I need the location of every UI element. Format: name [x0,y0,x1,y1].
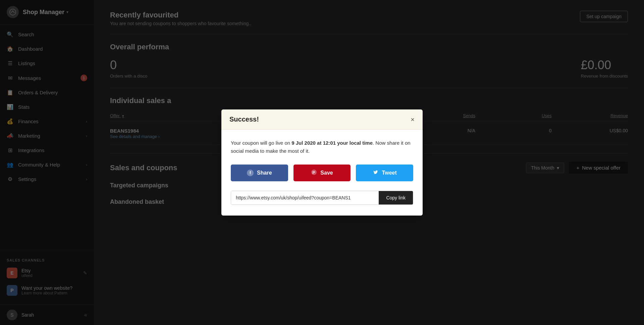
modal-header: Success! × [221,109,423,130]
facebook-icon: f [247,170,254,176]
pinterest-icon: P [311,169,317,177]
modal-overlay[interactable]: Success! × Your coupon will go live on 9… [0,0,644,325]
modal-body: Your coupon will go live on 9 Jul 2020 a… [221,130,423,216]
share-link-input[interactable] [231,191,379,204]
facebook-share-button[interactable]: f Share [231,165,288,181]
modal-body-text: Your coupon will go live on 9 Jul 2020 a… [231,139,413,155]
success-modal: Success! × Your coupon will go live on 9… [221,109,423,216]
share-link-row: Copy link [231,191,413,205]
twitter-icon [373,169,379,177]
modal-title: Success! [229,115,259,123]
copy-link-button[interactable]: Copy link [379,191,413,204]
svg-text:P: P [313,170,315,175]
social-share-buttons: f Share P Save Tweet [231,165,413,181]
modal-close-button[interactable]: × [411,116,415,123]
twitter-tweet-button[interactable]: Tweet [356,165,413,181]
pinterest-save-button[interactable]: P Save [293,165,351,181]
